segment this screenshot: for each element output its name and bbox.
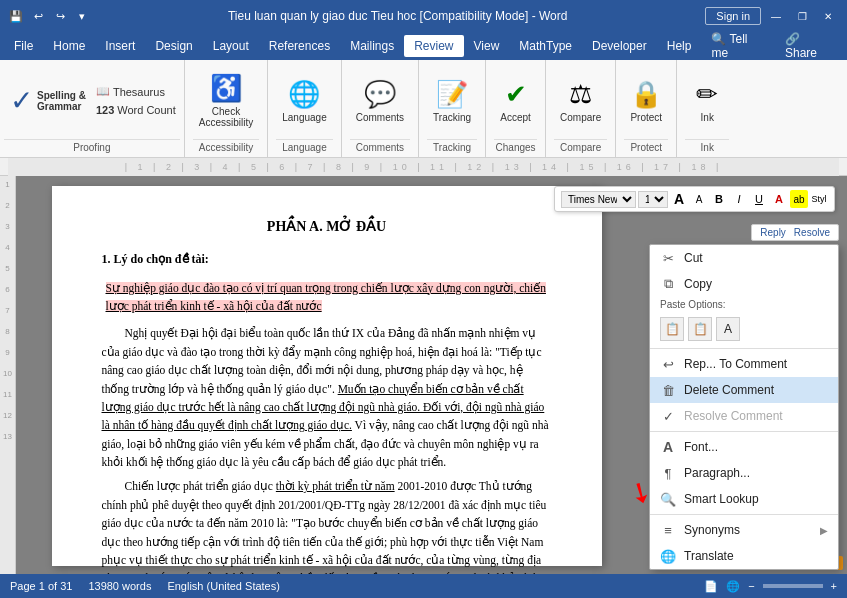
paste-merge-format-button[interactable]: 📋 — [688, 317, 712, 341]
tracking-icon: 📝 — [436, 79, 468, 110]
comments-button[interactable]: 💬 Comments — [350, 75, 410, 127]
delete-comment-item[interactable]: 🗑 Delete Comment — [650, 377, 838, 403]
separator-3 — [650, 514, 838, 515]
paste-text-only-button[interactable]: A — [716, 317, 740, 341]
save-icon[interactable]: 💾 — [8, 8, 24, 24]
ribbon: ✓ Spelling & Grammar 📖 Thesaurus 123 Wor… — [0, 60, 847, 158]
tracking-button[interactable]: 📝 Tracking — [427, 75, 477, 127]
proofing-label: Proofing — [4, 139, 180, 153]
accessibility-content: ♿ CheckAccessibility — [193, 64, 259, 137]
menu-layout[interactable]: Layout — [203, 35, 259, 57]
zoom-out-button[interactable]: − — [748, 580, 754, 592]
thesaurus-button[interactable]: 📖 Thesaurus — [92, 83, 180, 100]
context-menu: ✂ Cut ⧉ Copy Paste Options: 📋 📋 A — [649, 244, 839, 570]
word-count-button[interactable]: 123 Word Count — [92, 102, 180, 118]
ink-button[interactable]: ✏ Ink — [689, 75, 725, 127]
synonyms-item[interactable]: ≡ Synonyms ▶ — [650, 517, 838, 543]
paste-keep-source-button[interactable]: 📋 — [660, 317, 684, 341]
mini-toolbar: Times New Ro 10 A A B I U A ab Styl — [554, 186, 835, 212]
smart-lookup-label: Smart Lookup — [684, 492, 759, 506]
layout-print-icon[interactable]: 📄 — [704, 580, 718, 593]
layout-web-icon[interactable]: 🌐 — [726, 580, 740, 593]
paste-icons-row: 📋 📋 A — [650, 312, 838, 346]
undo-icon[interactable]: ↩ — [30, 8, 46, 24]
spelling-grammar-button[interactable]: ✓ Spelling & Grammar — [4, 80, 92, 121]
menu-file[interactable]: File — [4, 35, 43, 57]
status-bar: Page 1 of 31 13980 words English (United… — [0, 574, 847, 598]
paste-options-label: Paste Options: — [650, 297, 838, 312]
menu-view[interactable]: View — [464, 35, 510, 57]
font-menu-item[interactable]: A Font... — [650, 434, 838, 460]
document-title: PHẦN A. MỞ ĐẦU — [102, 216, 552, 238]
zoom-in-button[interactable]: + — [831, 580, 837, 592]
menu-mailings[interactable]: Mailings — [340, 35, 404, 57]
font-label: Font... — [684, 440, 718, 454]
font-select[interactable]: Times New Ro — [561, 191, 636, 208]
font-size-select[interactable]: 10 — [638, 191, 668, 208]
protect-button[interactable]: 🔒 Protect — [624, 75, 668, 127]
customize-icon[interactable]: ▾ — [74, 8, 90, 24]
para-2: Chiến lược phát triển giáo dục thời kỳ p… — [102, 477, 552, 574]
menu-design[interactable]: Design — [145, 35, 202, 57]
menu-tell-me[interactable]: 🔍 Tell me — [701, 28, 775, 64]
close-button[interactable]: ✕ — [817, 5, 839, 27]
sign-in-button[interactable]: Sign in — [705, 7, 761, 25]
accept-button[interactable]: ✔ Accept — [494, 75, 537, 127]
para-1: Nghị quyết Đại hội đại biểu toàn quốc lầ… — [102, 324, 552, 471]
reply-to-comment-label: Rep... To Comment — [684, 357, 787, 371]
comment-actions-bar: Reply Resolve — [751, 224, 839, 241]
compare-button[interactable]: ⚖ Compare — [554, 75, 607, 127]
paragraph-menu-item[interactable]: ¶ Paragraph... — [650, 460, 838, 486]
menu-references[interactable]: References — [259, 35, 340, 57]
changes-group-label: Changes — [494, 139, 537, 153]
underlined-1: Muốn tạo chuyển biến cơ bản về chất lượn… — [102, 383, 545, 432]
smart-lookup-item[interactable]: 🔍 Smart Lookup — [650, 486, 838, 512]
menu-home[interactable]: Home — [43, 35, 95, 57]
language-content: 🌐 Language — [276, 64, 333, 137]
menu-review[interactable]: Review — [404, 35, 463, 57]
document-page: PHẦN A. MỞ ĐẦU 1. Lý do chọn đề tài: Sự … — [52, 186, 602, 566]
smart-lookup-icon: 🔍 — [660, 491, 676, 507]
underline-button[interactable]: U — [750, 190, 768, 208]
menu-share[interactable]: 🔗 Share — [775, 28, 843, 64]
shrink-font-button[interactable]: A — [690, 190, 708, 208]
separator-1 — [650, 348, 838, 349]
translate-icon: 🌐 — [660, 548, 676, 564]
cut-menu-item[interactable]: ✂ Cut — [650, 245, 838, 271]
restore-button[interactable]: ❐ — [791, 5, 813, 27]
menu-developer[interactable]: Developer — [582, 35, 657, 57]
comments-icon: 💬 — [364, 79, 396, 110]
page-indicator: Page 1 of 31 — [10, 580, 72, 592]
resolve-comment-label: Resolve Comment — [684, 409, 783, 423]
copy-icon: ⧉ — [660, 276, 676, 292]
menu-mathtype[interactable]: MathType — [509, 35, 582, 57]
language-button[interactable]: 🌐 Language — [276, 75, 333, 127]
ink-label: Ink — [701, 112, 714, 123]
minimize-button[interactable]: — — [765, 5, 787, 27]
bold-button[interactable]: B — [710, 190, 728, 208]
reply-to-comment-item[interactable]: ↩ Rep... To Comment — [650, 351, 838, 377]
zoom-slider[interactable] — [763, 584, 823, 588]
translate-item[interactable]: 🌐 Translate — [650, 543, 838, 569]
thesaurus-label: Thesaurus — [113, 86, 165, 98]
delete-comment-icon: 🗑 — [660, 382, 676, 398]
ruler-area: | 1 | 2 | 3 | 4 | 5 | 6 | 7 | 8 | 9 | 10… — [0, 158, 847, 176]
italic-button[interactable]: I — [730, 190, 748, 208]
redo-icon[interactable]: ↪ — [52, 8, 68, 24]
document-scroll[interactable]: PHẦN A. MỞ ĐẦU 1. Lý do chọn đề tài: Sự … — [16, 176, 637, 574]
cut-icon: ✂ — [660, 250, 676, 266]
ribbon-group-language: 🌐 Language Language — [268, 60, 342, 157]
highlight-button[interactable]: ab — [790, 190, 808, 208]
menu-insert[interactable]: Insert — [95, 35, 145, 57]
ribbon-group-proofing: ✓ Spelling & Grammar 📖 Thesaurus 123 Wor… — [0, 60, 185, 157]
reply-link[interactable]: Reply — [760, 227, 786, 238]
menu-help[interactable]: Help — [657, 35, 702, 57]
styles-button[interactable]: Styl — [810, 190, 828, 208]
resolve-comment-item[interactable]: ✓ Resolve Comment — [650, 403, 838, 429]
font-color-button[interactable]: A — [770, 190, 788, 208]
resolve-link[interactable]: Resolve — [794, 227, 830, 238]
copy-menu-item[interactable]: ⧉ Copy — [650, 271, 838, 297]
check-accessibility-button[interactable]: ♿ CheckAccessibility — [193, 69, 259, 132]
resolve-comment-icon: ✓ — [660, 408, 676, 424]
grow-font-button[interactable]: A — [670, 190, 688, 208]
